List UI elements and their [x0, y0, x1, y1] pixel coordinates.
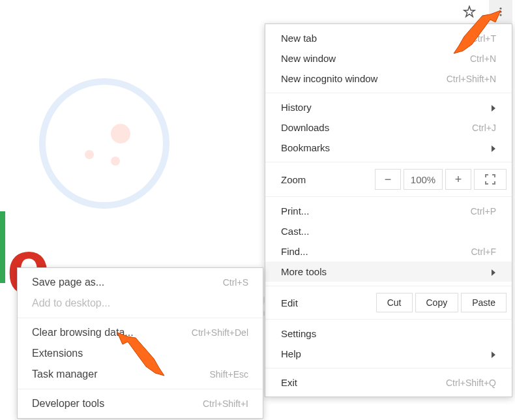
menu-item-label: History [281, 102, 491, 113]
menu-edit-row: Edit Cut Copy Paste [265, 290, 512, 315]
menu-bookmarks[interactable]: Bookmarks [265, 138, 512, 158]
cut-button[interactable]: Cut [376, 293, 413, 312]
shortcut-label: Ctrl+F [471, 247, 497, 257]
zoom-value: 100% [404, 169, 443, 190]
menu-item-label: Cast... [281, 226, 496, 237]
menu-settings[interactable]: Settings [265, 323, 512, 344]
shortcut-label: Ctrl+Shift+I [203, 398, 248, 409]
chrome-menu-button[interactable] [489, 0, 512, 23]
submenu-add-desktop: Add to desktop... [18, 293, 263, 314]
menu-item-label: Clear browsing data... [32, 327, 192, 338]
shortcut-label: Ctrl+J [472, 123, 496, 133]
bookmark-star-icon[interactable] [463, 5, 476, 18]
submenu-arrow-icon [491, 145, 496, 151]
svg-point-2 [499, 14, 501, 16]
paste-button[interactable]: Paste [461, 293, 507, 312]
more-tools-submenu: Save page as... Ctrl+S Add to desktop...… [17, 267, 263, 419]
shortcut-label: Ctrl+P [471, 206, 496, 217]
browser-toolbar [463, 0, 515, 23]
shortcut-label: Ctrl+T [471, 33, 497, 44]
submenu-arrow-icon [491, 269, 496, 275]
menu-item-label: Settings [281, 328, 496, 339]
shortcut-label: Ctrl+Shift+N [447, 74, 496, 84]
svg-point-1 [499, 10, 501, 12]
zoom-label: Zoom [281, 174, 372, 185]
submenu-clear-browsing-data[interactable]: Clear browsing data... Ctrl+Shift+Del [18, 322, 263, 343]
submenu-developer-tools[interactable]: Developer tools Ctrl+Shift+I [18, 393, 263, 414]
menu-item-label: Downloads [281, 122, 472, 133]
copy-button[interactable]: Copy [415, 293, 459, 312]
menu-print[interactable]: Print... Ctrl+P [265, 201, 512, 221]
menu-history[interactable]: History [265, 97, 512, 117]
menu-more-tools[interactable]: More tools [265, 262, 512, 282]
menu-item-label: New tab [281, 33, 471, 44]
menu-item-label: Extensions [32, 348, 248, 359]
shortcut-label: Ctrl+Shift+Q [446, 378, 496, 388]
menu-item-label: Exit [281, 377, 446, 388]
shortcut-label: Ctrl+S [223, 277, 248, 288]
background-decoration [0, 211, 5, 283]
menu-item-label: Print... [281, 205, 471, 217]
fullscreen-button[interactable] [474, 169, 507, 190]
menu-item-label: New window [281, 53, 470, 64]
menu-help[interactable]: Help [265, 344, 512, 364]
zoom-out-button[interactable]: − [375, 169, 401, 190]
svg-point-0 [499, 7, 501, 9]
menu-item-label: Find... [281, 246, 471, 257]
menu-zoom-row: Zoom − 100% + [265, 166, 512, 192]
menu-item-label: Save page as... [32, 277, 223, 288]
shortcut-label: Shift+Esc [209, 369, 248, 380]
menu-new-window[interactable]: New window Ctrl+N [265, 48, 512, 68]
menu-find[interactable]: Find... Ctrl+F [265, 241, 512, 262]
chrome-main-menu: New tab Ctrl+T New window Ctrl+N New inc… [265, 23, 512, 397]
shortcut-label: Ctrl+Shift+Del [192, 327, 248, 338]
submenu-arrow-icon [491, 105, 496, 110]
menu-downloads[interactable]: Downloads Ctrl+J [265, 117, 512, 138]
submenu-save-page[interactable]: Save page as... Ctrl+S [18, 272, 263, 293]
submenu-task-manager[interactable]: Task manager Shift+Esc [18, 364, 263, 385]
menu-item-label: More tools [281, 266, 491, 277]
menu-item-label: Developer tools [32, 398, 203, 410]
edit-label: Edit [281, 297, 374, 308]
menu-cast[interactable]: Cast... [265, 221, 512, 241]
watermark-graphic [39, 78, 280, 209]
menu-item-label: Add to desktop... [32, 297, 248, 309]
menu-new-tab[interactable]: New tab Ctrl+T [265, 28, 512, 48]
menu-item-label: Bookmarks [281, 142, 491, 153]
menu-exit[interactable]: Exit Ctrl+Shift+Q [265, 372, 512, 393]
zoom-in-button[interactable]: + [445, 169, 471, 190]
submenu-arrow-icon [491, 352, 496, 357]
menu-new-incognito[interactable]: New incognito window Ctrl+Shift+N [265, 68, 512, 89]
menu-item-label: Help [281, 348, 491, 359]
submenu-extensions[interactable]: Extensions [18, 343, 263, 364]
menu-item-label: Task manager [32, 368, 209, 380]
menu-item-label: New incognito window [281, 73, 447, 84]
shortcut-label: Ctrl+N [470, 53, 496, 64]
